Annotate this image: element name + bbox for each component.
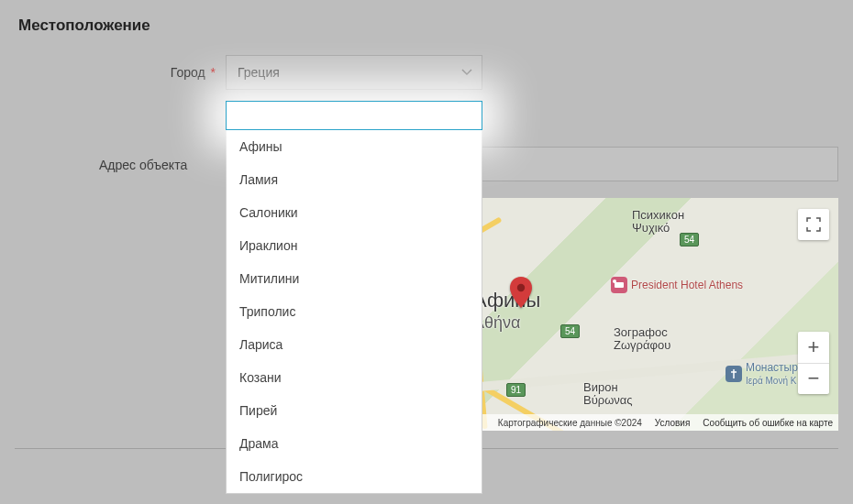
chevron-down-icon (461, 69, 472, 76)
map-area-gr: Βύρωνας (583, 393, 633, 407)
city-option[interactable]: Полигирос (227, 460, 482, 493)
city-option[interactable]: Козани (227, 361, 482, 394)
road-badge: 54 (680, 233, 699, 247)
city-option[interactable]: Салоники (227, 196, 482, 229)
city-option[interactable]: Триполис (227, 295, 482, 328)
map-poi-label: President Hotel Athens (631, 279, 743, 291)
city-option[interactable]: Ламия (227, 163, 482, 196)
zoom-control: + − (798, 332, 829, 394)
city-option[interactable]: Ираклион (227, 229, 482, 262)
road-badge: 91 (506, 383, 526, 397)
city-search-input[interactable] (226, 101, 482, 130)
map-poi-label: Монастырь Ιερά Μονή Κ (746, 361, 803, 387)
city-option[interactable]: Лариса (227, 328, 482, 361)
map-area-gr: Ζωγράφου (614, 338, 670, 352)
city-option[interactable]: Митилини (227, 262, 482, 295)
city-dropdown: Афины Ламия Салоники Ираклион Митилини Т… (226, 101, 482, 494)
map-area-label: Зографос Ζωγράφου (614, 326, 670, 351)
required-asterisk: * (211, 65, 216, 80)
city-option[interactable]: Пирей (227, 394, 482, 427)
map-poi-hotel[interactable]: President Hotel Athens (611, 277, 743, 293)
city-select-value: Греция (238, 65, 280, 80)
map-area-label: Психикон Ψυχικό (632, 209, 684, 234)
zoom-out-button[interactable]: − (798, 363, 829, 395)
fullscreen-button[interactable] (798, 209, 829, 240)
map-poi-ru: Монастырь (746, 361, 803, 374)
bed-icon (611, 277, 627, 293)
map-terms-link[interactable]: Условия (655, 418, 691, 428)
city-select[interactable]: Греция (226, 55, 482, 90)
city-option[interactable]: Афины (227, 130, 482, 163)
svg-point-0 (517, 284, 525, 291)
map-area-gr: Ψυχικό (632, 221, 670, 235)
map-attribution: Картографические данные ©2024 (498, 418, 642, 428)
map-report-link[interactable]: Сообщить об ошибке на карте (703, 418, 833, 428)
section-title: Местоположение (18, 16, 150, 35)
map-poi-monastery[interactable]: Монастырь Ιερά Μονή Κ (726, 361, 803, 387)
address-label: Адрес объекта (99, 158, 187, 172)
map-poi-gr: Ιερά Μονή Κ (746, 376, 796, 386)
city-option[interactable]: Драма (227, 427, 482, 460)
city-label-text: Город (171, 65, 205, 80)
city-option-list: Афины Ламия Салоники Ираклион Митилини Т… (226, 130, 482, 494)
city-label: Город * (161, 65, 216, 80)
map-pin-icon[interactable] (510, 277, 532, 299)
church-icon (726, 366, 742, 382)
map-area-label: Вирон Βύρωνας (583, 381, 633, 406)
zoom-in-button[interactable]: + (798, 332, 829, 363)
road-badge: 54 (560, 324, 580, 338)
